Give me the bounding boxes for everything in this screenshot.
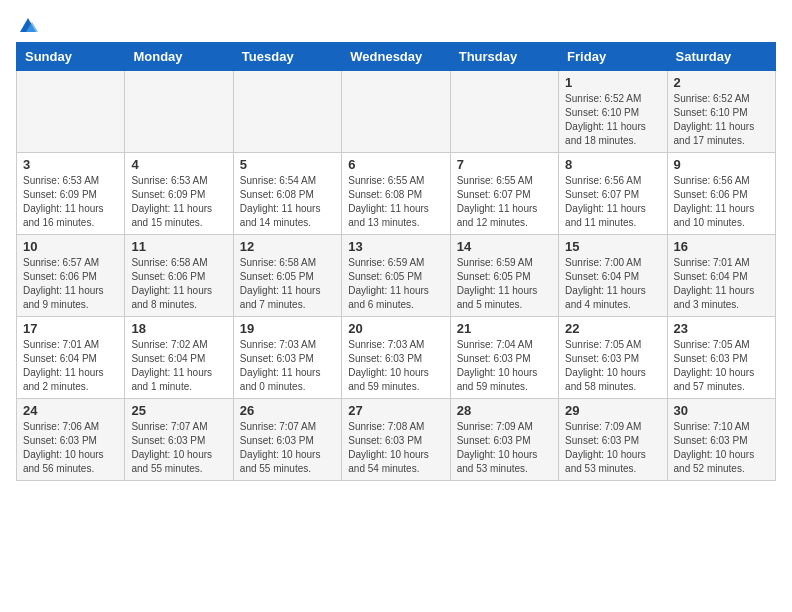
calendar-week-3: 10Sunrise: 6:57 AM Sunset: 6:06 PM Dayli… <box>17 235 776 317</box>
calendar-cell: 17Sunrise: 7:01 AM Sunset: 6:04 PM Dayli… <box>17 317 125 399</box>
calendar-cell: 20Sunrise: 7:03 AM Sunset: 6:03 PM Dayli… <box>342 317 450 399</box>
day-number: 9 <box>674 157 769 172</box>
day-info: Sunrise: 6:56 AM Sunset: 6:07 PM Dayligh… <box>565 174 660 230</box>
day-info: Sunrise: 7:09 AM Sunset: 6:03 PM Dayligh… <box>565 420 660 476</box>
day-info: Sunrise: 6:56 AM Sunset: 6:06 PM Dayligh… <box>674 174 769 230</box>
calendar-week-4: 17Sunrise: 7:01 AM Sunset: 6:04 PM Dayli… <box>17 317 776 399</box>
weekday-header-sunday: Sunday <box>17 43 125 71</box>
weekday-header-row: SundayMondayTuesdayWednesdayThursdayFrid… <box>17 43 776 71</box>
day-info: Sunrise: 7:07 AM Sunset: 6:03 PM Dayligh… <box>131 420 226 476</box>
day-number: 29 <box>565 403 660 418</box>
calendar-week-1: 1Sunrise: 6:52 AM Sunset: 6:10 PM Daylig… <box>17 71 776 153</box>
page-header <box>16 16 776 34</box>
day-number: 20 <box>348 321 443 336</box>
day-info: Sunrise: 6:52 AM Sunset: 6:10 PM Dayligh… <box>674 92 769 148</box>
calendar-cell: 16Sunrise: 7:01 AM Sunset: 6:04 PM Dayli… <box>667 235 775 317</box>
calendar-body: 1Sunrise: 6:52 AM Sunset: 6:10 PM Daylig… <box>17 71 776 481</box>
calendar-table: SundayMondayTuesdayWednesdayThursdayFrid… <box>16 42 776 481</box>
calendar-cell: 1Sunrise: 6:52 AM Sunset: 6:10 PM Daylig… <box>559 71 667 153</box>
day-info: Sunrise: 6:53 AM Sunset: 6:09 PM Dayligh… <box>131 174 226 230</box>
day-number: 17 <box>23 321 118 336</box>
day-number: 26 <box>240 403 335 418</box>
day-number: 19 <box>240 321 335 336</box>
calendar-week-5: 24Sunrise: 7:06 AM Sunset: 6:03 PM Dayli… <box>17 399 776 481</box>
day-info: Sunrise: 7:04 AM Sunset: 6:03 PM Dayligh… <box>457 338 552 394</box>
calendar-cell <box>450 71 558 153</box>
day-info: Sunrise: 7:05 AM Sunset: 6:03 PM Dayligh… <box>565 338 660 394</box>
day-info: Sunrise: 7:08 AM Sunset: 6:03 PM Dayligh… <box>348 420 443 476</box>
weekday-header-wednesday: Wednesday <box>342 43 450 71</box>
day-info: Sunrise: 7:01 AM Sunset: 6:04 PM Dayligh… <box>23 338 118 394</box>
day-number: 13 <box>348 239 443 254</box>
calendar-cell: 10Sunrise: 6:57 AM Sunset: 6:06 PM Dayli… <box>17 235 125 317</box>
calendar-cell: 19Sunrise: 7:03 AM Sunset: 6:03 PM Dayli… <box>233 317 341 399</box>
calendar-cell: 29Sunrise: 7:09 AM Sunset: 6:03 PM Dayli… <box>559 399 667 481</box>
day-number: 12 <box>240 239 335 254</box>
calendar-cell: 28Sunrise: 7:09 AM Sunset: 6:03 PM Dayli… <box>450 399 558 481</box>
calendar-cell: 11Sunrise: 6:58 AM Sunset: 6:06 PM Dayli… <box>125 235 233 317</box>
day-info: Sunrise: 7:03 AM Sunset: 6:03 PM Dayligh… <box>240 338 335 394</box>
day-info: Sunrise: 6:55 AM Sunset: 6:08 PM Dayligh… <box>348 174 443 230</box>
day-info: Sunrise: 6:52 AM Sunset: 6:10 PM Dayligh… <box>565 92 660 148</box>
day-number: 27 <box>348 403 443 418</box>
day-number: 18 <box>131 321 226 336</box>
weekday-header-friday: Friday <box>559 43 667 71</box>
day-number: 25 <box>131 403 226 418</box>
day-info: Sunrise: 7:09 AM Sunset: 6:03 PM Dayligh… <box>457 420 552 476</box>
logo-area <box>16 16 38 34</box>
day-number: 28 <box>457 403 552 418</box>
day-number: 10 <box>23 239 118 254</box>
day-number: 23 <box>674 321 769 336</box>
calendar-cell <box>17 71 125 153</box>
day-number: 3 <box>23 157 118 172</box>
day-number: 11 <box>131 239 226 254</box>
calendar-cell: 14Sunrise: 6:59 AM Sunset: 6:05 PM Dayli… <box>450 235 558 317</box>
day-number: 4 <box>131 157 226 172</box>
calendar-cell: 23Sunrise: 7:05 AM Sunset: 6:03 PM Dayli… <box>667 317 775 399</box>
day-info: Sunrise: 7:03 AM Sunset: 6:03 PM Dayligh… <box>348 338 443 394</box>
calendar-cell: 30Sunrise: 7:10 AM Sunset: 6:03 PM Dayli… <box>667 399 775 481</box>
calendar-cell: 26Sunrise: 7:07 AM Sunset: 6:03 PM Dayli… <box>233 399 341 481</box>
calendar-week-2: 3Sunrise: 6:53 AM Sunset: 6:09 PM Daylig… <box>17 153 776 235</box>
calendar-cell: 13Sunrise: 6:59 AM Sunset: 6:05 PM Dayli… <box>342 235 450 317</box>
day-number: 14 <box>457 239 552 254</box>
calendar-cell: 22Sunrise: 7:05 AM Sunset: 6:03 PM Dayli… <box>559 317 667 399</box>
day-info: Sunrise: 6:59 AM Sunset: 6:05 PM Dayligh… <box>457 256 552 312</box>
calendar-cell: 2Sunrise: 6:52 AM Sunset: 6:10 PM Daylig… <box>667 71 775 153</box>
day-number: 30 <box>674 403 769 418</box>
calendar-cell: 9Sunrise: 6:56 AM Sunset: 6:06 PM Daylig… <box>667 153 775 235</box>
day-info: Sunrise: 7:06 AM Sunset: 6:03 PM Dayligh… <box>23 420 118 476</box>
day-number: 6 <box>348 157 443 172</box>
day-info: Sunrise: 6:58 AM Sunset: 6:05 PM Dayligh… <box>240 256 335 312</box>
day-info: Sunrise: 7:01 AM Sunset: 6:04 PM Dayligh… <box>674 256 769 312</box>
calendar-cell: 4Sunrise: 6:53 AM Sunset: 6:09 PM Daylig… <box>125 153 233 235</box>
day-number: 15 <box>565 239 660 254</box>
day-number: 22 <box>565 321 660 336</box>
day-info: Sunrise: 7:02 AM Sunset: 6:04 PM Dayligh… <box>131 338 226 394</box>
calendar-cell: 5Sunrise: 6:54 AM Sunset: 6:08 PM Daylig… <box>233 153 341 235</box>
day-info: Sunrise: 6:57 AM Sunset: 6:06 PM Dayligh… <box>23 256 118 312</box>
day-info: Sunrise: 6:54 AM Sunset: 6:08 PM Dayligh… <box>240 174 335 230</box>
calendar-cell: 15Sunrise: 7:00 AM Sunset: 6:04 PM Dayli… <box>559 235 667 317</box>
day-info: Sunrise: 6:59 AM Sunset: 6:05 PM Dayligh… <box>348 256 443 312</box>
day-info: Sunrise: 6:53 AM Sunset: 6:09 PM Dayligh… <box>23 174 118 230</box>
calendar-cell <box>342 71 450 153</box>
calendar-cell: 7Sunrise: 6:55 AM Sunset: 6:07 PM Daylig… <box>450 153 558 235</box>
calendar-cell: 8Sunrise: 6:56 AM Sunset: 6:07 PM Daylig… <box>559 153 667 235</box>
calendar-cell: 6Sunrise: 6:55 AM Sunset: 6:08 PM Daylig… <box>342 153 450 235</box>
day-number: 7 <box>457 157 552 172</box>
calendar-cell: 25Sunrise: 7:07 AM Sunset: 6:03 PM Dayli… <box>125 399 233 481</box>
calendar-cell: 27Sunrise: 7:08 AM Sunset: 6:03 PM Dayli… <box>342 399 450 481</box>
day-number: 8 <box>565 157 660 172</box>
day-number: 24 <box>23 403 118 418</box>
logo-text <box>16 16 38 34</box>
calendar-cell: 24Sunrise: 7:06 AM Sunset: 6:03 PM Dayli… <box>17 399 125 481</box>
calendar-cell: 3Sunrise: 6:53 AM Sunset: 6:09 PM Daylig… <box>17 153 125 235</box>
logo-icon <box>18 16 38 36</box>
weekday-header-thursday: Thursday <box>450 43 558 71</box>
day-info: Sunrise: 7:10 AM Sunset: 6:03 PM Dayligh… <box>674 420 769 476</box>
day-number: 2 <box>674 75 769 90</box>
weekday-header-tuesday: Tuesday <box>233 43 341 71</box>
day-number: 21 <box>457 321 552 336</box>
calendar-cell: 12Sunrise: 6:58 AM Sunset: 6:05 PM Dayli… <box>233 235 341 317</box>
